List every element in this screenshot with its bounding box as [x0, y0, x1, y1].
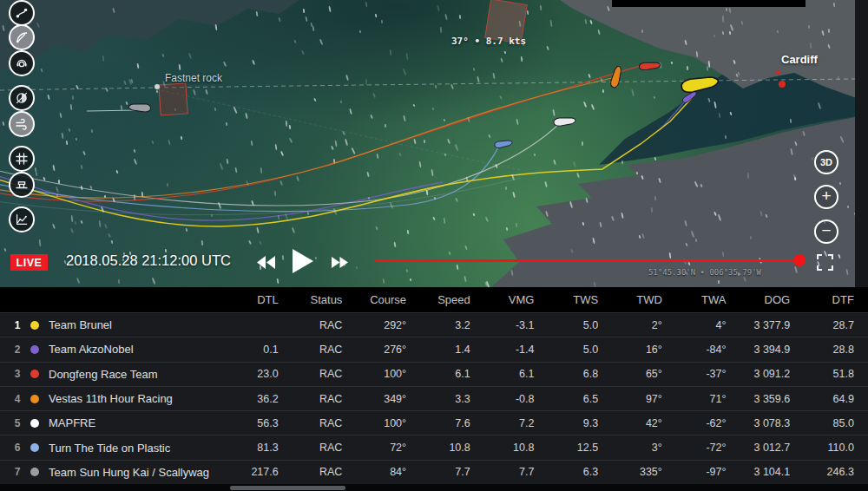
leaderboard-table: DTL Status Course Speed VMG TWS TWD TWA … — [0, 287, 868, 484]
team-name: Turn The Tide on Plastic — [49, 442, 170, 455]
value-cell: 51.8 — [804, 368, 868, 380]
value-cell: 3.2 — [420, 319, 484, 331]
value-cell: 7.6 — [420, 417, 484, 429]
map-decor-layer — [0, 0, 868, 287]
value-cell: 335° — [612, 466, 676, 478]
table-row[interactable]: 6Turn The Tide on Plastic81.3RAC72°10.81… — [0, 435, 868, 459]
value-cell: 42° — [612, 417, 676, 429]
value-cell: 65° — [612, 368, 676, 380]
grid-tool-button[interactable] — [9, 146, 35, 172]
value-cell: 10.8 — [484, 442, 549, 454]
col-header-speed[interactable]: Speed — [420, 293, 484, 306]
timeline-handle[interactable] — [793, 254, 806, 266]
value-cell: 7.2 — [484, 417, 549, 429]
value-cell: 28.8 — [804, 344, 868, 356]
team-name: Team Brunel — [49, 318, 112, 331]
value-cell: -3.1 — [484, 319, 549, 331]
col-header-status[interactable]: Status — [293, 293, 357, 306]
table-row[interactable]: 5MAPFRE56.3RAC100°7.67.29.342°-62°3 078.… — [0, 410, 868, 435]
table-row[interactable]: 2Team AkzoNobel0.1RAC276°1.4-1.45.016°-8… — [0, 337, 868, 361]
value-cell: 4° — [676, 319, 740, 331]
fastnet-waypoint-dot — [155, 84, 160, 89]
col-header-vmg[interactable]: VMG — [484, 293, 549, 306]
zoom-out-button[interactable]: − — [814, 219, 838, 244]
stats-chart-tool-button[interactable] — [9, 206, 35, 232]
fast-forward-button[interactable] — [332, 257, 348, 268]
cardiff-marker-dot — [776, 70, 780, 75]
value-cell: RAC — [293, 393, 357, 405]
race-boat[interactable] — [552, 113, 576, 125]
value-cell: 5.0 — [548, 344, 612, 356]
cardiff-label: Cardiff — [781, 53, 818, 66]
rewind-button[interactable] — [257, 256, 275, 269]
route-tool-button[interactable] — [9, 0, 35, 26]
team-color-dot — [30, 419, 39, 428]
col-header-dtf[interactable]: DTF — [804, 293, 868, 306]
fullscreen-button[interactable] — [817, 254, 833, 271]
col-header-twa[interactable]: TWA — [676, 293, 740, 306]
map-viewport[interactable]: Fastnet rock Cardiff 37° • 8.7 kts 51°45… — [0, 0, 868, 287]
value-cell: 5.0 — [548, 319, 612, 331]
value-cell: 292° — [356, 319, 420, 331]
col-header-twd[interactable]: TWD — [612, 293, 676, 306]
scrollbar-thumb[interactable] — [230, 486, 345, 490]
view-3d-button[interactable]: 3D — [814, 150, 838, 174]
value-cell: RAC — [293, 466, 357, 478]
col-header-dtl[interactable]: DTL — [228, 293, 293, 306]
value-cell: 9.3 — [548, 417, 612, 429]
race-boat[interactable] — [128, 105, 152, 115]
value-cell: 6.5 — [548, 393, 612, 405]
value-cell: 84° — [356, 466, 420, 478]
table-row[interactable]: 4Vestas 11th Hour Racing36.2RAC349°3.3-0… — [0, 386, 868, 410]
value-cell: 3 394.9 — [740, 344, 805, 356]
rank-number: 7 — [12, 466, 23, 478]
top-panel-bar — [612, 0, 806, 7]
table-row[interactable]: 7Team Sun Hung Kai / Scallywag217.6RAC84… — [0, 460, 868, 484]
team-name: Vestas 11th Hour Racing — [49, 392, 173, 405]
cardiff-finish-dot — [779, 81, 786, 88]
measure-tool-button[interactable] — [9, 172, 35, 198]
race-tracker-app: Fastnet rock Cardiff 37° • 8.7 kts 51°45… — [0, 0, 868, 491]
wind-overlay-icon — [15, 117, 29, 131]
team-name: MAPFRE — [49, 416, 95, 429]
grid-icon — [15, 152, 29, 166]
rank-number: 2 — [12, 344, 23, 356]
team-color-dot — [30, 370, 39, 378]
value-cell: 23.0 — [228, 368, 293, 380]
col-header-dog[interactable]: DOG — [740, 293, 805, 306]
play-button[interactable] — [293, 249, 313, 273]
route-icon — [15, 6, 29, 20]
old-route-line — [156, 89, 521, 170]
value-cell: 2° — [612, 319, 676, 331]
team-name: Dongfeng Race Team — [49, 368, 158, 381]
value-cell: 3° — [612, 442, 676, 454]
col-header-course[interactable]: Course — [356, 293, 420, 306]
table-row[interactable]: 1Team BrunelRAC292°3.2-3.15.02°4°3 377.9… — [0, 312, 868, 337]
commentary-tool-button[interactable] — [9, 50, 35, 76]
value-cell: 3 012.7 — [740, 442, 805, 454]
value-cell: 1.4 — [420, 344, 484, 356]
col-header-tws[interactable]: TWS — [548, 293, 612, 306]
table-row[interactable]: 3Dongfeng Race Team23.0RAC100°6.16.16.86… — [0, 362, 868, 386]
track-mapfre — [0, 121, 562, 206]
timeline-track[interactable] — [375, 259, 799, 262]
value-cell: 71° — [676, 393, 740, 405]
value-cell: 3 377.9 — [740, 319, 805, 331]
stats-chart-icon — [15, 213, 29, 226]
value-cell: 56.3 — [228, 417, 293, 429]
table-body: 1Team BrunelRAC292°3.2-3.15.02°4°3 377.9… — [0, 312, 868, 484]
day-night-icon — [15, 91, 29, 105]
value-cell: 81.3 — [228, 442, 293, 454]
value-cell: 276° — [356, 344, 420, 356]
bearing-tool-button[interactable] — [9, 24, 35, 50]
wind-overlay-tool-button[interactable] — [9, 111, 35, 137]
zoom-in-button[interactable]: + — [814, 185, 838, 209]
track-dongfeng — [0, 64, 648, 201]
day-night-tool-button[interactable] — [9, 85, 35, 111]
value-cell: 3 091.2 — [740, 368, 805, 380]
value-cell: 6.3 — [548, 466, 612, 478]
race-boat[interactable] — [638, 57, 661, 68]
value-cell: 0.1 — [228, 344, 293, 356]
current-timestamp: 2018.05.28 21:12:00 UTC — [66, 252, 231, 269]
live-badge[interactable]: LIVE — [10, 254, 48, 271]
